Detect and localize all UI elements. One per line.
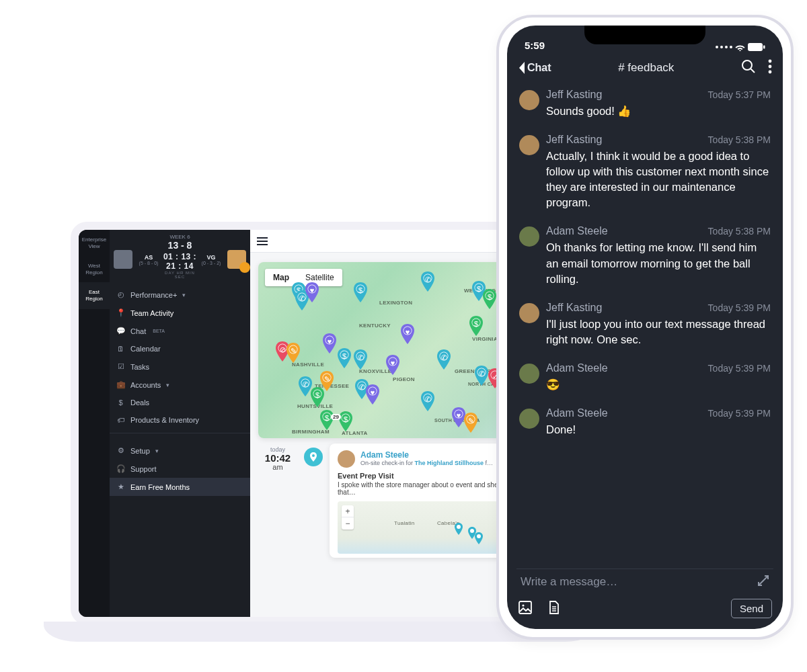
map-pin[interactable]: ✆ — [420, 391, 436, 411]
region-rail: Enterprise ViewWest RegionEast Region — [79, 230, 110, 617]
chevron-down-icon: ▾ — [182, 292, 186, 298]
map-pin[interactable]: ✆ — [352, 349, 369, 370]
map-pin[interactable]: ♥ — [321, 333, 338, 353]
activity-author-avatar — [338, 450, 355, 468]
timeline-time: today 10:42 am — [258, 444, 297, 558]
timeline-clock: 10:42 — [258, 453, 297, 463]
scoreboard-units: DAY HR MIN SEC — [162, 271, 198, 279]
nav-item-tasks[interactable]: ☑Tasks — [110, 358, 250, 376]
attach-image-icon[interactable] — [518, 600, 533, 618]
scoreboard-timer: 01 : 13 : 21 : 14 — [162, 252, 198, 271]
chat-message[interactable]: Adam SteeleToday 5:38 PMOh thanks for le… — [519, 225, 771, 286]
rail-item[interactable]: East Region — [79, 282, 110, 308]
nav-item-calendar[interactable]: 🗓Calendar — [110, 340, 250, 358]
chevron-down-icon: ▾ — [155, 448, 159, 454]
map-pin[interactable]: ✆ — [420, 271, 436, 292]
nav-item-setup[interactable]: ⚙Setup ▾ — [110, 442, 250, 460]
minimap-pin[interactable] — [454, 523, 463, 535]
message-text: Done! — [546, 422, 771, 437]
activity-author-name: Adam Steele — [360, 450, 493, 460]
map-pin[interactable]: $ — [482, 289, 498, 309]
map-pin[interactable]: $ — [352, 282, 369, 302]
minimap-zoom[interactable]: + − — [342, 505, 354, 530]
activity-account-link[interactable]: The Highland Stillhouse — [415, 460, 484, 466]
nav-label: Performance+ — [130, 291, 177, 299]
more-icon[interactable] — [768, 59, 772, 77]
chat-message[interactable]: Jeff KastingToday 5:38 PMActually, I thi… — [519, 134, 771, 210]
nav-item-chat[interactable]: 💬ChatBETA — [110, 322, 250, 340]
chat-message[interactable]: Adam SteeleToday 5:39 PM😎 — [519, 362, 771, 392]
phone-notch — [584, 26, 705, 44]
composer-placeholder: Write a message… — [521, 575, 757, 589]
message-time: Today 5:39 PM — [708, 302, 771, 313]
scoreboard-left-initials: AS — [135, 254, 162, 261]
scoreboard-score: 13 - 8 — [162, 240, 198, 251]
zoom-in-button[interactable]: + — [342, 505, 354, 517]
back-button[interactable]: Chat — [518, 62, 551, 74]
message-time: Today 5:39 PM — [708, 408, 771, 419]
zoom-out-button[interactable]: − — [342, 517, 354, 530]
nav-item-products-inventory[interactable]: 🏷Products & Inventory — [110, 411, 250, 429]
nav-item-team-activity[interactable]: 📍Team Activity — [110, 304, 250, 322]
rail-item[interactable]: Enterprise View — [79, 230, 110, 256]
map-pin[interactable]: $ — [319, 410, 335, 430]
minimap-pin[interactable] — [474, 532, 484, 544]
nav-label: Setup — [130, 447, 150, 455]
map-pin[interactable]: ✎ — [285, 343, 301, 363]
message-text: 😎 — [546, 377, 771, 392]
composer: Write a message… Send — [507, 569, 783, 629]
svg-point-65 — [769, 71, 772, 74]
map-pin[interactable]: ♥ — [399, 324, 416, 344]
message-author: Jeff Kasting — [546, 89, 602, 101]
nav-label: Tasks — [130, 363, 149, 371]
send-button[interactable]: Send — [731, 599, 772, 618]
briefcase-icon: 💼 — [116, 380, 125, 389]
message-avatar — [519, 90, 539, 110]
map-pin[interactable]: $29 — [338, 411, 354, 431]
nav-item-performance-[interactable]: ◴Performance+ ▾ — [110, 286, 250, 304]
rail-item[interactable]: West Region — [79, 256, 110, 282]
activity-subtitle: On-site check-in for The Highland Stillh… — [360, 460, 493, 466]
map-place-label: Lexington — [379, 300, 412, 306]
map-place-label: Pigeon — [393, 376, 415, 382]
map-pin[interactable]: ✎ — [463, 413, 479, 433]
nav-item-accounts[interactable]: 💼Accounts ▾ — [110, 376, 250, 394]
message-avatar — [519, 135, 539, 155]
map-pin[interactable]: ♥ — [364, 384, 381, 405]
app-sidebar: Enterprise ViewWest RegionEast Region WE… — [79, 230, 250, 617]
chat-message[interactable]: Jeff KastingToday 5:37 PMSounds good! 👍 — [519, 89, 771, 119]
message-text: Oh thanks for letting me know. I'll send… — [546, 240, 771, 286]
hamburger-icon[interactable] — [257, 237, 268, 245]
status-time: 5:59 — [525, 40, 545, 51]
headset-icon: 🎧 — [116, 464, 125, 473]
nav-item-deals[interactable]: $Deals — [110, 394, 250, 411]
message-list[interactable]: Jeff KastingToday 5:37 PMSounds good! 👍J… — [507, 85, 783, 569]
search-icon[interactable] — [741, 59, 756, 77]
cluster-count-badge: 29 — [331, 414, 341, 420]
map-pin[interactable]: ✆ — [297, 376, 313, 396]
timeline-marker-icon — [304, 448, 323, 466]
map-pin[interactable]: ♥ — [385, 355, 401, 375]
map-pin[interactable]: ♥ — [304, 282, 320, 302]
scoreboard-week: WEEK 6 — [169, 234, 190, 240]
chat-message[interactable]: Adam SteeleToday 5:39 PMDone! — [519, 407, 771, 437]
nav-item-earn-free-months[interactable]: ★Earn Free Months — [110, 478, 250, 496]
map-pin[interactable]: ✆ — [436, 349, 452, 370]
nav-separator — [110, 433, 250, 433]
wifi-icon — [734, 43, 746, 51]
nav-label: Support — [130, 465, 157, 473]
scoreboard: WEEK 6 AS (5 - 8 - 0) 13 - 8 01 : 13 : 2… — [110, 230, 250, 282]
nav-item-support[interactable]: 🎧Support — [110, 460, 250, 478]
attach-file-icon[interactable] — [547, 600, 561, 618]
scoreboard-left-record: (5 - 8 - 0) — [135, 261, 162, 265]
map-pin[interactable]: $ — [336, 348, 352, 368]
expand-icon[interactable] — [757, 575, 769, 589]
map-pin[interactable]: $ — [468, 316, 484, 336]
map-place-label: KENTUCKY — [359, 323, 391, 329]
chat-message[interactable]: Jeff KastingToday 5:39 PMI'll just loop … — [519, 302, 771, 347]
message-avatar — [519, 303, 539, 323]
svg-point-58 — [477, 534, 481, 538]
svg-point-63 — [769, 60, 772, 63]
composer-input[interactable]: Write a message… — [516, 569, 773, 595]
nav-label: Calendar — [130, 345, 161, 353]
